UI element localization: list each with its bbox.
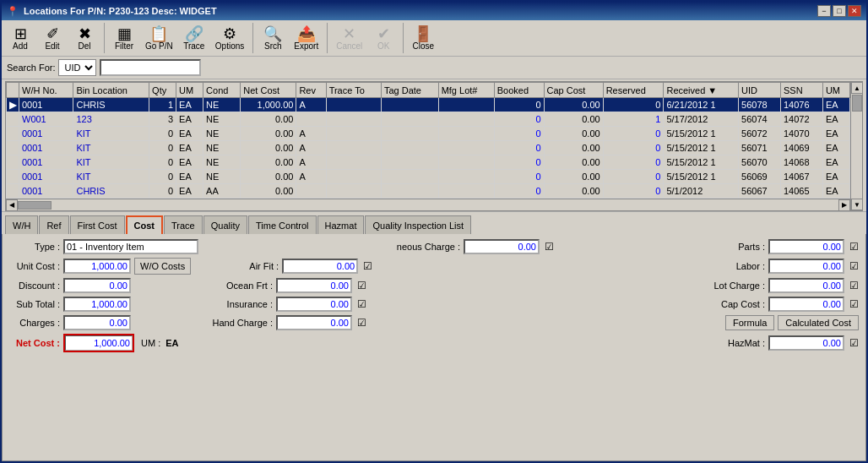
tab-wh[interactable]: W/H — [5, 215, 38, 234]
maximize-button[interactable]: □ — [833, 5, 846, 17]
cancel-button[interactable]: ✕ Cancel — [332, 24, 366, 53]
search-type-select[interactable]: UID Bin WH — [58, 59, 96, 76]
hand-charge-checkbox[interactable]: ☑ — [357, 317, 366, 329]
window-title: Locations For P/N: P230-123 Desc: WIDGET — [24, 6, 217, 16]
col-header-received[interactable]: Received ▼ — [664, 83, 739, 98]
tab-quality[interactable]: Quality — [203, 215, 247, 234]
tab-ref[interactable]: Ref — [39, 215, 68, 234]
table-row[interactable]: 0001CHRIS0EAAA0.0000.0005/1/201256067140… — [7, 184, 850, 199]
insurance-input[interactable] — [276, 297, 352, 312]
ocean-frt-checkbox[interactable]: ☑ — [357, 280, 366, 291]
table-row[interactable]: ▶0001CHRIS1EANE1,000.00A00.0006/21/2012 … — [7, 98, 850, 112]
tab-timecontrol[interactable]: Time Control — [248, 215, 317, 234]
col-header-um[interactable]: UM — [176, 83, 203, 98]
table-row[interactable]: 0001KIT0EANE0.00A00.0005/15/2012 1560711… — [7, 141, 850, 155]
filter-button[interactable]: ▦ Filter — [109, 24, 139, 53]
table-row[interactable]: W0011233EANE0.0000.0015/17/2012560741407… — [7, 112, 850, 127]
labor-input[interactable] — [768, 259, 844, 274]
lot-charge-input[interactable] — [768, 278, 844, 293]
col-header-ssn[interactable]: SSN — [781, 83, 823, 98]
table-row[interactable]: 0001KIT0EANE0.00A00.0005/15/2012 1560701… — [7, 155, 850, 170]
search-bar: Search For: UID Bin WH — [2, 57, 866, 79]
unit-cost-label: Unit Cost : — [9, 261, 60, 271]
horizontal-scrollbar[interactable]: ◀ ▶ — [6, 199, 850, 210]
col-header-mfglot[interactable]: Mfg Lot# — [438, 83, 494, 98]
del-button[interactable]: ✖ Del — [69, 24, 100, 53]
sub-total-input[interactable] — [63, 297, 131, 312]
misc-charge-label: neous Charge : — [376, 242, 460, 252]
tab-qualityinspection[interactable]: Quality Inspection List — [365, 215, 471, 234]
col-header-uid[interactable]: UID — [739, 83, 781, 98]
air-fit-label: Air Fit : — [194, 261, 279, 271]
col-header-booked[interactable]: Booked — [494, 83, 544, 98]
edit-button[interactable]: ✐ Edit — [37, 24, 68, 53]
tab-hazmat[interactable]: Hazmat — [317, 215, 365, 234]
close-button[interactable]: ✕ — [848, 5, 861, 17]
col-header-rev[interactable]: Rev — [296, 83, 326, 98]
export-icon: 📤 — [297, 26, 316, 41]
scroll-up-button[interactable]: ▲ — [851, 82, 863, 94]
hand-charge-input[interactable] — [276, 315, 352, 330]
search-input[interactable] — [100, 59, 201, 76]
tab-cost[interactable]: Cost — [126, 215, 163, 234]
type-input[interactable] — [63, 239, 198, 254]
cap-cost-label: Cap Cost : — [714, 299, 765, 309]
table-row[interactable]: 0001KIT0EANE0.00A00.0005/15/2012 1560721… — [7, 127, 850, 141]
um-label: UM : — [141, 338, 160, 348]
misc-charge-checkbox[interactable]: ☑ — [545, 241, 554, 253]
col-header-indicator — [7, 83, 19, 98]
discount-label: Discount : — [9, 281, 60, 291]
col-header-qty[interactable]: Qty — [149, 83, 176, 98]
export-button[interactable]: 📤 Export — [290, 24, 323, 53]
col-header-netcost[interactable]: Net Cost — [241, 83, 296, 98]
scroll-down-button[interactable]: ▼ — [851, 199, 863, 210]
ok-button[interactable]: ✔ OK — [368, 24, 399, 53]
labor-label: Labor : — [731, 261, 765, 271]
discount-input[interactable] — [63, 278, 131, 293]
labor-checkbox[interactable]: ☑ — [849, 260, 859, 272]
col-header-um2[interactable]: UM — [822, 83, 849, 98]
lot-charge-label: Lot Charge : — [713, 281, 765, 291]
hazmat-checkbox[interactable]: ☑ — [849, 337, 859, 349]
cap-cost-input[interactable] — [768, 297, 844, 312]
charges-input[interactable] — [63, 315, 131, 330]
add-button[interactable]: ⊞ Add — [5, 24, 35, 53]
parts-checkbox[interactable]: ☑ — [849, 241, 859, 253]
air-fit-checkbox[interactable]: ☑ — [363, 260, 372, 272]
close-toolbar-button[interactable]: 🚪 Close — [408, 24, 438, 53]
options-button[interactable]: ⚙ Options — [211, 24, 248, 53]
formula-button[interactable]: Formula — [725, 315, 774, 330]
net-cost-input[interactable] — [65, 335, 133, 351]
scroll-left-button[interactable]: ◀ — [6, 199, 18, 211]
tab-trace[interactable]: Trace — [164, 215, 203, 234]
tab-firstcost[interactable]: First Cost — [70, 215, 125, 234]
ocean-frt-input[interactable] — [276, 278, 352, 293]
trace-button[interactable]: 🔗 Trace — [179, 24, 209, 53]
unit-cost-input[interactable] — [63, 259, 131, 274]
wo-costs-button[interactable]: W/O Costs — [134, 258, 191, 275]
col-header-capcost[interactable]: Cap Cost — [544, 83, 603, 98]
col-header-bin[interactable]: Bin Location — [73, 83, 149, 98]
calculated-cost-button[interactable]: Calculated Cost — [778, 315, 859, 330]
minimize-button[interactable]: − — [817, 5, 831, 17]
col-header-wh[interactable]: W/H No. — [19, 83, 73, 98]
vertical-scrollbar[interactable]: ▲ ▼ — [850, 82, 862, 210]
parts-input[interactable] — [768, 239, 844, 254]
col-header-tagdate[interactable]: Tag Date — [381, 83, 438, 98]
table-row[interactable]: 0001KIT0EANE0.00A00.0005/15/2012 1560691… — [7, 170, 850, 184]
cap-cost-checkbox[interactable]: ☑ — [849, 298, 859, 310]
hazmat-input[interactable] — [768, 335, 844, 351]
gopn-button[interactable]: 📋 Go P/N — [141, 24, 177, 53]
col-header-cond[interactable]: Cond — [203, 83, 241, 98]
col-header-traceto[interactable]: Trace To — [326, 83, 381, 98]
insurance-checkbox[interactable]: ☑ — [357, 298, 366, 310]
srch-button[interactable]: 🔍 Srch — [258, 24, 288, 53]
lot-charge-checkbox[interactable]: ☑ — [849, 280, 859, 291]
options-icon: ⚙ — [223, 26, 236, 41]
misc-charge-input[interactable] — [464, 239, 540, 254]
ok-icon: ✔ — [377, 26, 390, 41]
col-header-reserved[interactable]: Reserved — [603, 83, 664, 98]
um-value: EA — [165, 338, 178, 348]
scroll-right-button[interactable]: ▶ — [838, 199, 850, 211]
air-fit-input[interactable] — [282, 259, 358, 274]
